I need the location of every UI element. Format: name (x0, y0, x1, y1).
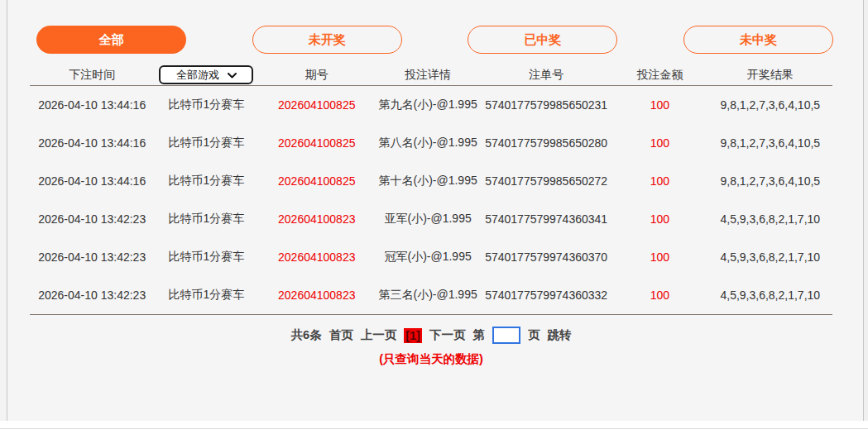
total-count-label: 共6条 (291, 327, 322, 343)
jump-button[interactable]: 跳转 (547, 327, 571, 343)
cell-bet-time: 2026-04-10 13:42:23 (30, 212, 154, 226)
header-period: 期号 (258, 68, 375, 83)
chevron-down-icon (228, 73, 237, 79)
header-draw-result: 开奖结果 (708, 68, 832, 83)
bet-records-page: 全部 未开奖 已中奖 未中奖 下注时间 全部游戏 期号 投注详情 注单号 (0, 0, 868, 434)
table-row: 2026-04-10 13:42:23 比特币1分赛车 202604100823… (30, 276, 832, 314)
cell-draw-result: 9,8,1,2,7,3,6,4,10,5 (708, 174, 832, 188)
filter-tab-lost[interactable]: 未中奖 (683, 26, 833, 54)
filter-tab-pending[interactable]: 未开奖 (252, 26, 402, 54)
cell-order-no: 5740177579974360332 (481, 289, 611, 302)
footer-divider (0, 428, 868, 429)
header-order-no: 注单号 (481, 68, 611, 83)
cell-period: 202604100823 (258, 212, 375, 226)
cell-game-name: 比特币1分赛车 (154, 136, 258, 150)
cell-bet-detail: 亚军(小)-@1.995 (375, 212, 481, 227)
header-bet-amount: 投注金额 (611, 68, 707, 83)
table-row: 2026-04-10 13:44:16 比特币1分赛车 202604100825… (30, 162, 832, 200)
game-filter-selected-value: 全部游戏 (176, 68, 219, 83)
cell-order-no: 5740177579974360370 (481, 250, 611, 264)
filter-tab-won[interactable]: 已中奖 (468, 26, 617, 54)
cell-order-no: 5740177579985650231 (481, 98, 611, 112)
bet-records-table: 下注时间 全部游戏 期号 投注详情 注单号 投注金额 开奖结果 2026-0 (30, 64, 832, 315)
cell-period: 202604100823 (258, 289, 375, 302)
cell-order-no: 5740177579974360341 (481, 212, 611, 226)
cell-draw-result: 4,5,9,3,6,8,2,1,7,10 (708, 212, 832, 226)
cell-bet-time: 2026-04-10 13:44:16 (30, 174, 154, 188)
filter-tab-all[interactable]: 全部 (36, 26, 186, 54)
cell-game-name: 比特币1分赛车 (154, 212, 258, 227)
current-page-badge: [1] (404, 328, 422, 343)
jump-suffix-label: 页 (528, 327, 540, 343)
cell-game-name: 比特币1分赛车 (154, 174, 258, 188)
filter-tabs: 全部 未开奖 已中奖 未中奖 (7, 0, 863, 54)
today-only-note: (只查询当天的数据) (30, 351, 832, 367)
cell-game-name: 比特币1分赛车 (154, 98, 258, 112)
cell-bet-amount: 100 (611, 98, 707, 112)
jump-prefix-label: 第 (472, 327, 485, 343)
table-row: 2026-04-10 13:44:16 比特币1分赛车 202604100825… (30, 124, 832, 162)
records-panel: 全部 未开奖 已中奖 未中奖 下注时间 全部游戏 期号 投注详情 注单号 (7, 0, 864, 421)
cell-bet-detail: 第三名(小)-@1.995 (375, 288, 481, 303)
cell-bet-amount: 100 (611, 212, 707, 226)
header-game-filter: 全部游戏 (154, 65, 258, 84)
prev-page-link[interactable]: 上一页 (361, 327, 397, 343)
cell-bet-detail: 第十名(小)-@1.995 (375, 174, 481, 188)
cell-game-name: 比特币1分赛车 (154, 250, 258, 265)
table-body: 2026-04-10 13:44:16 比特币1分赛车 202604100825… (30, 86, 832, 315)
next-page-link[interactable]: 下一页 (429, 327, 466, 343)
cell-draw-result: 9,8,1,2,7,3,6,4,10,5 (708, 136, 832, 150)
cell-bet-amount: 100 (611, 174, 707, 188)
cell-draw-result: 9,8,1,2,7,3,6,4,10,5 (708, 98, 832, 112)
cell-period: 202604100825 (258, 174, 375, 188)
pagination: 共6条 首页 上一页 [1] 下一页 第 页 跳转 (30, 327, 832, 344)
cell-bet-detail: 第九名(小)-@1.995 (375, 98, 481, 112)
left-gutter (0, 0, 7, 421)
cell-bet-detail: 冠军(小)-@1.995 (375, 250, 481, 265)
right-gutter (864, 0, 868, 421)
footer-strip (0, 421, 868, 434)
cell-bet-time: 2026-04-10 13:42:23 (30, 289, 154, 302)
cell-bet-detail: 第八名(小)-@1.995 (375, 136, 481, 150)
cell-bet-time: 2026-04-10 13:44:16 (30, 98, 154, 112)
table-row: 2026-04-10 13:44:16 比特币1分赛车 202604100825… (30, 86, 832, 124)
game-filter-select[interactable]: 全部游戏 (159, 65, 253, 84)
cell-bet-time: 2026-04-10 13:42:23 (30, 250, 154, 264)
cell-period: 202604100825 (258, 98, 375, 112)
cell-bet-amount: 100 (611, 289, 707, 302)
header-bet-time: 下注时间 (30, 68, 154, 83)
table-row: 2026-04-10 13:42:23 比特币1分赛车 202604100823… (30, 238, 832, 276)
cell-bet-time: 2026-04-10 13:44:16 (30, 136, 154, 150)
header-bet-detail: 投注详情 (375, 68, 481, 83)
page-number-input[interactable] (492, 327, 520, 344)
cell-order-no: 5740177579985650272 (481, 174, 611, 188)
cell-period: 202604100823 (258, 250, 375, 264)
table-header-row: 下注时间 全部游戏 期号 投注详情 注单号 投注金额 开奖结果 (30, 64, 832, 86)
cell-game-name: 比特币1分赛车 (154, 288, 258, 303)
cell-period: 202604100825 (258, 136, 375, 150)
first-page-link[interactable]: 首页 (329, 327, 353, 343)
cell-draw-result: 4,5,9,3,6,8,2,1,7,10 (708, 250, 832, 264)
cell-bet-amount: 100 (611, 250, 707, 264)
table-row: 2026-04-10 13:42:23 比特币1分赛车 202604100823… (30, 200, 832, 238)
cell-bet-amount: 100 (611, 136, 707, 150)
cell-draw-result: 4,5,9,3,6,8,2,1,7,10 (708, 289, 832, 302)
cell-order-no: 5740177579985650280 (481, 136, 611, 150)
